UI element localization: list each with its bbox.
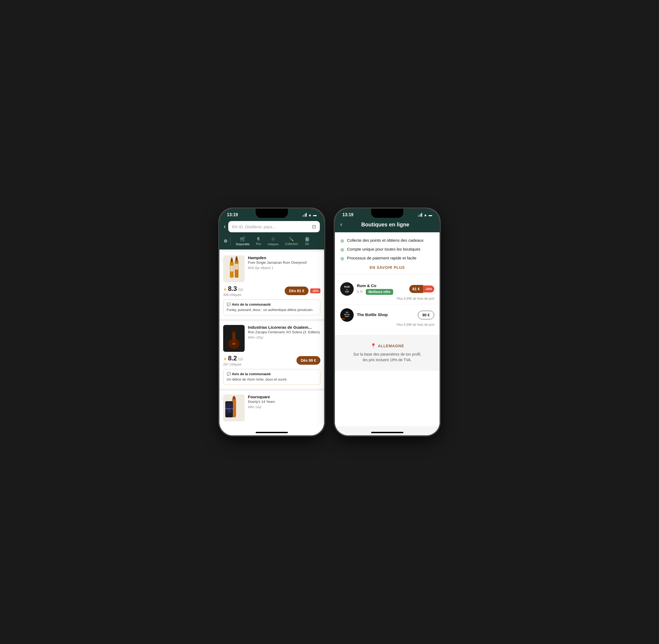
tab-prix[interactable]: € Prix [253,235,264,247]
rum-co-logo: RUM & CO [340,282,354,296]
back-button-2[interactable]: ‹ [340,221,342,228]
tab-critiques[interactable]: ☆ critiques [264,235,282,247]
tab-disponible-label: Disponible [236,243,249,246]
rating-max-1: /10 [238,357,243,361]
store-name-0: Rum & Co [357,283,406,288]
svg-rect-2 [231,257,232,259]
discount-badge-0: -32% [310,289,320,293]
phone2-header: ‹ Boutiques en ligne [335,219,439,232]
battery-icon-2: ▬ [429,213,432,217]
rating-count-0: 308 critiques [223,293,243,297]
rum-brand-1: Industrias Licoreras de Guatem... [248,325,320,329]
star-tab-icon: ☆ [271,236,275,242]
benefit-icon-2: ⊕ [340,256,344,261]
filter-icon-button[interactable]: ⚙ [224,237,230,245]
benefit-icon-1: ⊕ [340,247,344,253]
tab-collection[interactable]: 🍾 Collection [282,235,301,247]
bottle2-tab-icon: 🫙 [304,237,310,242]
rating-count-1: 267 critiques [223,363,243,366]
phone-1: 13:19 ▲ ▬ ‹ RX ID, Distillerie, pays... … [220,209,324,435]
svg-rect-11 [233,327,234,329]
rum-image-wrapper-2: ♡ DOORLY'S 14 [223,394,245,421]
rum-specs-2: 48% 14yr [248,405,320,409]
rating-max-0: /10 [238,288,243,292]
community-box-1: 💬 Avis de la communauté Un délice de rhu… [223,369,320,385]
signal-icon-2 [418,213,423,217]
price-button-1[interactable]: Dès 99 € [296,356,320,365]
phone-2: 13:19 ▲ ▬ ‹ Boutiques en ligne ⊕ Collect… [335,209,439,435]
community-box-0: 💬 Avis de la communauté Funky, puissant,… [223,299,320,315]
notch-1 [256,209,288,218]
rum-image-1: XO [223,325,245,352]
back-button-1[interactable]: ‹ [224,223,226,230]
price-section-1: Dès 99 € [296,356,320,365]
store-price-button-0[interactable]: 81 € -33% [409,285,434,293]
price-button-0[interactable]: Dès 81 € [285,286,309,295]
bottle-tab-icon: 🍾 [289,237,294,242]
wifi-icon-2: ▲ [424,213,427,217]
benefit-row-0: ⊕ Collecte des points et obtiens des cad… [340,238,434,244]
phone2-scroll: ⊕ Collecte des points et obtiens des cad… [335,232,439,426]
stars-rating-1: ★ 8.2 /10 [223,354,243,362]
rum-specs-1: 40% <25yr [248,336,320,340]
germany-text: Sur la base des paramètres de ton profil… [352,351,422,363]
search-row: ‹ RX ID, Distillerie, pays... ⊡ [224,221,320,232]
rating-score-0: 8.3 [228,285,237,293]
wifi-icon-1: ▲ [308,213,312,217]
svg-text:CO: CO [345,290,349,293]
rum-brand-0: Hampden [248,255,320,260]
phone1-header: ‹ RX ID, Distillerie, pays... ⊡ ⚙ 🛒 Disp… [220,219,324,250]
store-row-0: RUM & CO Rum & Co 0.7l Meilleure offre [340,282,434,296]
store-price-section-0: 81 € -33% [409,285,434,293]
hampden-bottle-svg [225,256,243,282]
store-item-1: THE BOTTLE SHOP The Bottle Shop [340,304,434,330]
rum-bottom-1: ★ 8.2 /10 267 critiques Dès 99 € [223,354,320,366]
phone2-title: Boutiques en ligne [345,222,425,228]
battery-icon-1: ▬ [313,213,317,217]
shipping-text-1: Plus 6,99€ de frais de port [340,323,434,326]
tab-de[interactable]: 🫙 Dé [301,235,313,247]
status-icons-1: ▲ ▬ [302,213,317,217]
germany-row: 📍 ALLEMAGNE [340,343,434,349]
rum-bottom-0: ★ 8.3 /10 308 critiques Dès 81 € -32% [223,285,320,297]
tab-disponible[interactable]: 🛒 Disponible [232,235,253,247]
status-icons-2: ▲ ▬ [418,213,432,217]
svg-text:DOORLY'S: DOORLY'S [225,408,233,410]
tab-collection-label: Collection [285,242,298,246]
rum-name-2: Doorly's 14 Years [248,399,320,404]
search-placeholder: RX ID, Distillerie, pays... [232,225,275,229]
cart-icon: 🛒 [240,236,246,242]
filter-icon: ⚙ [224,238,227,244]
filter-tabs: ⚙ 🛒 Disponible € Prix ☆ critiques 🍾 Coll… [224,235,320,247]
rum-info-2: Foursquare Doorly's 14 Years 48% 14yr [248,394,320,421]
rum-image-wrapper-1: ♡ XO [223,325,245,352]
benefit-text-1: Compte unique pour toutes les boutiques [347,247,421,252]
barcode-icon[interactable]: ⊡ [312,224,316,230]
tab-critiques-label: critiques [268,243,278,246]
benefit-text-0: Collecte des points et obtiens des cadea… [347,238,424,243]
product-card-2: ♡ DOORLY'S 14 Foursqu [220,391,324,426]
product-list: ♡ [220,250,324,426]
community-text-1: Un délice de rhum riche, doux et sucré. [227,377,317,382]
svg-rect-30 [342,318,345,318]
learn-more-button[interactable]: EN SAVOIR PLUS [340,265,434,270]
store-name-1: The Bottle Shop [357,312,415,317]
benefit-text-2: Processus de paiement rapide et facile [347,255,416,261]
community-title-0: 💬 Avis de la communauté [227,302,317,306]
search-bar[interactable]: RX ID, Distillerie, pays... ⊡ [228,221,320,232]
price-outline-1[interactable]: 90 € [418,311,434,319]
rum-image-wrapper-0: ♡ [223,255,245,282]
signal-icon-1 [302,213,307,217]
rating-score-1: 8.2 [228,354,237,362]
benefit-icon-0: ⊕ [340,238,344,244]
rum-info-0: Hampden Pure Single Jamaican Rum Overpro… [248,255,320,282]
home-indicator-2 [371,432,403,433]
phone2-nav: ‹ Boutiques en ligne [340,221,434,228]
doorly-bottle-svg: DOORLY'S 14 [225,396,243,420]
bottle-shop-logo: THE BOTTLE SHOP [340,308,354,322]
svg-text:XO: XO [232,343,235,345]
rating-section-1: ★ 8.2 /10 267 critiques [223,354,243,366]
rum-info-1: Industrias Licoreras de Guatem... Ron Za… [248,325,320,352]
store-logo-0: RUM & CO [340,282,354,296]
store-price-section-1: 90 € [418,311,434,319]
